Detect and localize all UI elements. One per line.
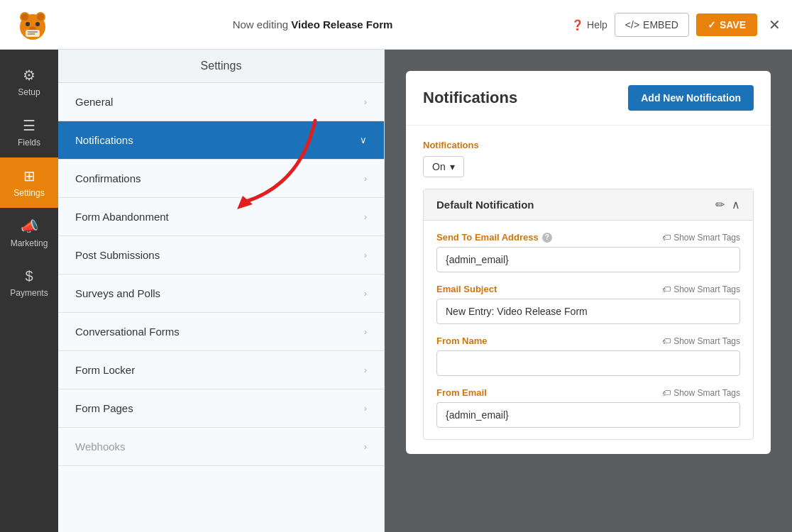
nav-label-general: General bbox=[75, 96, 113, 108]
settings-header: Settings bbox=[58, 50, 384, 83]
sidebar-label-settings: Settings bbox=[13, 188, 44, 198]
svg-point-3 bbox=[21, 13, 28, 21]
chevron-down-icon: ∨ bbox=[360, 135, 367, 145]
nav-label-post-submissions: Post Submissions bbox=[75, 249, 160, 261]
from-email-smart-tags[interactable]: 🏷 Show Smart Tags bbox=[662, 388, 740, 398]
save-button[interactable]: ✓ SAVE bbox=[696, 13, 757, 36]
megaphone-icon: 📣 bbox=[21, 218, 38, 235]
from-name-label: From Name bbox=[436, 336, 488, 346]
send-to-email-label: Send To Email Address ? bbox=[436, 232, 552, 243]
email-subject-smart-tags[interactable]: 🏷 Show Smart Tags bbox=[662, 284, 740, 294]
top-bar: Now editing Video Release Form ❓ Help </… bbox=[0, 0, 792, 50]
tag-icon-3: 🏷 bbox=[662, 388, 671, 398]
chevron-right-icon-surveys: › bbox=[364, 288, 367, 299]
sidebar-item-fields[interactable]: ☰ Fields bbox=[0, 107, 58, 157]
nav-label-form-pages: Form Pages bbox=[75, 402, 133, 414]
logo-area bbox=[11, 7, 54, 43]
nav-label-surveys-polls: Surveys and Polls bbox=[75, 287, 160, 299]
svg-point-6 bbox=[35, 22, 40, 26]
settings-nav: Settings General › Notifications ∨ Confi… bbox=[58, 50, 385, 532]
logo-icon bbox=[15, 7, 50, 43]
edit-notification-button[interactable]: ✏ bbox=[715, 198, 725, 211]
sidebar-label-payments: Payments bbox=[10, 288, 48, 298]
nav-item-form-locker[interactable]: Form Locker › bbox=[58, 351, 384, 389]
notification-actions: ✏ ∧ bbox=[715, 198, 740, 211]
chevron-right-icon-pages: › bbox=[364, 403, 367, 414]
notification-section-header: Default Notification ✏ ∧ bbox=[424, 189, 753, 221]
nav-label-form-abandonment: Form Abandonment bbox=[75, 211, 169, 223]
sidebar-label-fields: Fields bbox=[18, 138, 40, 148]
sidebar-item-settings[interactable]: ⊞ Settings bbox=[0, 157, 58, 208]
from-name-row: From Name 🏷 Show Smart Tags bbox=[436, 336, 740, 376]
send-to-email-smart-tags[interactable]: 🏷 Show Smart Tags bbox=[662, 233, 740, 243]
nav-label-webhooks: Webhooks bbox=[75, 440, 126, 453]
add-new-notification-button[interactable]: Add New Notification bbox=[628, 85, 754, 111]
send-to-email-header: Send To Email Address ? 🏷 Show Smart Tag… bbox=[436, 232, 740, 243]
check-icon: ✓ bbox=[708, 19, 716, 31]
svg-point-4 bbox=[37, 13, 44, 21]
gear-icon: ⚙ bbox=[23, 67, 35, 84]
sidebar-item-marketing[interactable]: 📣 Marketing bbox=[0, 208, 58, 258]
nav-item-notifications[interactable]: Notifications ∨ bbox=[58, 121, 384, 160]
svg-rect-8 bbox=[26, 30, 40, 37]
send-to-email-help-icon[interactable]: ? bbox=[542, 233, 552, 243]
card-header: Notifications Add New Notification bbox=[406, 71, 771, 126]
editing-label: Now editing Video Release Form bbox=[62, 18, 563, 31]
chevron-right-icon-conversational: › bbox=[364, 326, 367, 337]
nav-item-surveys-polls[interactable]: Surveys and Polls › bbox=[58, 275, 384, 313]
from-email-input[interactable] bbox=[436, 402, 740, 428]
tag-icon-2: 🏷 bbox=[662, 336, 671, 346]
content-area: Notifications Add New Notification Notif… bbox=[385, 50, 792, 532]
default-notification-section: Default Notification ✏ ∧ Send To Email A… bbox=[423, 189, 754, 440]
collapse-notification-button[interactable]: ∧ bbox=[732, 198, 740, 211]
code-icon: </> bbox=[625, 19, 639, 31]
card-body: Notifications On ▾ Default Notification … bbox=[406, 126, 771, 454]
fields-icon: ☰ bbox=[23, 117, 35, 134]
nav-item-conversational-forms[interactable]: Conversational Forms › bbox=[58, 313, 384, 351]
chevron-down-select-icon: ▾ bbox=[450, 161, 455, 172]
chevron-right-icon-locker: › bbox=[364, 365, 367, 375]
nav-label-conversational-forms: Conversational Forms bbox=[75, 326, 180, 338]
send-to-email-row: Send To Email Address ? 🏷 Show Smart Tag… bbox=[436, 232, 740, 272]
from-name-header: From Name 🏷 Show Smart Tags bbox=[436, 336, 740, 346]
nav-item-form-pages[interactable]: Form Pages › bbox=[58, 389, 384, 428]
notifications-status-select[interactable]: On ▾ bbox=[423, 156, 464, 177]
nav-item-form-abandonment[interactable]: Form Abandonment › bbox=[58, 198, 384, 236]
question-icon: ❓ bbox=[571, 19, 583, 31]
help-button[interactable]: ❓ Help bbox=[571, 19, 607, 31]
tag-icon-1: 🏷 bbox=[662, 284, 671, 294]
send-to-email-input[interactable] bbox=[436, 247, 740, 272]
nav-item-webhooks[interactable]: Webhooks › bbox=[58, 428, 384, 466]
notifications-field-label: Notifications bbox=[423, 140, 754, 150]
nav-label-confirmations: Confirmations bbox=[75, 172, 141, 184]
svg-point-5 bbox=[26, 22, 30, 26]
embed-button[interactable]: </> EMBED bbox=[615, 13, 689, 37]
nav-label-form-locker: Form Locker bbox=[75, 364, 135, 376]
notifications-status-value: On bbox=[432, 161, 446, 172]
nav-item-post-submissions[interactable]: Post Submissions › bbox=[58, 236, 384, 275]
sidebar-label-setup: Setup bbox=[18, 87, 40, 97]
sidebar-item-payments[interactable]: $ Payments bbox=[0, 258, 58, 308]
chevron-right-icon-abandonment: › bbox=[364, 211, 367, 222]
sidebar: ⚙ Setup ☰ Fields ⊞ Settings 📣 Marketing … bbox=[0, 50, 58, 532]
from-email-row: From Email 🏷 Show Smart Tags bbox=[436, 387, 740, 428]
notification-fields: Send To Email Address ? 🏷 Show Smart Tag… bbox=[424, 221, 753, 439]
chevron-right-icon-webhooks: › bbox=[364, 441, 367, 452]
settings-icon: ⊞ bbox=[23, 167, 35, 184]
email-subject-label: Email Subject bbox=[436, 284, 497, 294]
close-button[interactable]: ✕ bbox=[769, 16, 781, 33]
sidebar-label-marketing: Marketing bbox=[11, 238, 48, 248]
nav-item-confirmations[interactable]: Confirmations › bbox=[58, 160, 384, 198]
chevron-right-icon-post: › bbox=[364, 250, 367, 260]
from-name-input[interactable] bbox=[436, 350, 740, 376]
card-title: Notifications bbox=[423, 89, 517, 107]
from-name-smart-tags[interactable]: 🏷 Show Smart Tags bbox=[662, 336, 740, 346]
sidebar-item-setup[interactable]: ⚙ Setup bbox=[0, 57, 58, 107]
nav-item-general[interactable]: General › bbox=[58, 83, 384, 121]
email-subject-header: Email Subject 🏷 Show Smart Tags bbox=[436, 284, 740, 294]
email-subject-row: Email Subject 🏷 Show Smart Tags bbox=[436, 284, 740, 324]
email-subject-input[interactable] bbox=[436, 299, 740, 324]
nav-label-notifications: Notifications bbox=[75, 134, 133, 146]
from-email-label: From Email bbox=[436, 387, 487, 398]
top-bar-actions: ❓ Help </> EMBED ✓ SAVE ✕ bbox=[571, 13, 781, 37]
